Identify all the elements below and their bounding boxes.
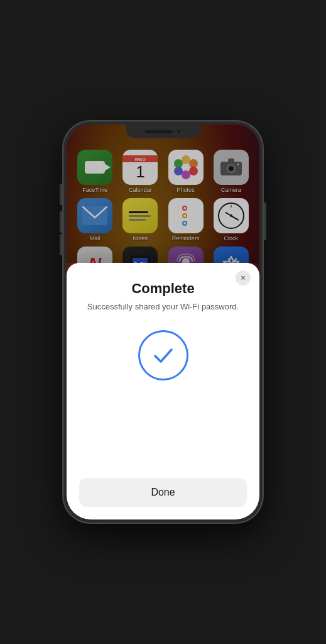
modal-title: Complete	[131, 280, 194, 297]
notch-speaker	[145, 130, 173, 133]
checkmark-circle	[138, 330, 188, 380]
checkmark-icon	[150, 342, 177, 369]
phone-notch	[126, 125, 201, 138]
modal-sheet: × Complete Successfully shared your Wi-F…	[67, 263, 259, 519]
modal-subtitle: Successfully shared your Wi-Fi password.	[87, 302, 239, 311]
phone-screen: FaceTime WED 1 Calendar	[67, 125, 259, 519]
modal-content: Complete Successfully shared your Wi-Fi …	[67, 263, 259, 519]
modal-overlay: × Complete Successfully shared your Wi-F…	[67, 263, 259, 519]
modal-close-button[interactable]: ×	[236, 270, 251, 286]
phone-frame: FaceTime WED 1 Calendar	[63, 121, 263, 523]
background-dim	[67, 125, 259, 263]
done-button[interactable]: Done	[79, 478, 247, 507]
notch-camera	[177, 129, 182, 134]
close-icon: ×	[241, 274, 245, 282]
